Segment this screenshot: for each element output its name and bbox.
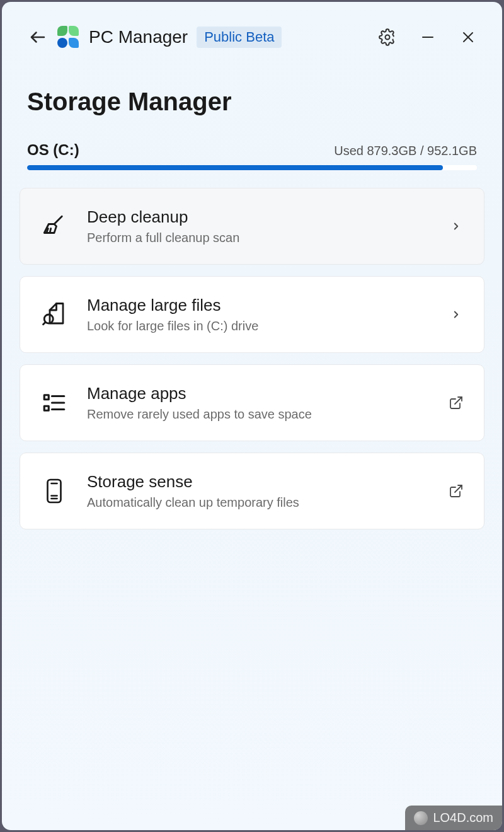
app-logo-icon xyxy=(57,26,80,49)
card-desc: Remove rarely used apps to save space xyxy=(87,407,430,422)
card-title: Manage large files xyxy=(87,296,430,315)
external-link-icon xyxy=(447,394,465,412)
gear-icon xyxy=(379,28,396,46)
app-window: PC Manager Public Beta Storage Manager O… xyxy=(2,2,502,830)
app-title: PC Manager xyxy=(89,27,188,47)
svg-line-9 xyxy=(43,322,46,325)
page-title: Storage Manager xyxy=(2,61,502,141)
chevron-right-icon xyxy=(447,217,465,235)
external-link-icon xyxy=(447,482,465,500)
close-icon xyxy=(461,30,476,45)
broom-icon xyxy=(39,211,69,241)
watermark: LO4D.com xyxy=(405,806,502,830)
storage-icon xyxy=(39,476,69,506)
svg-rect-10 xyxy=(44,395,49,400)
drive-label: OS (C:) xyxy=(27,141,79,159)
file-search-icon xyxy=(39,299,69,330)
cards-list: Deep cleanup Perform a full cleanup scan… xyxy=(2,170,502,529)
back-button[interactable] xyxy=(27,26,49,48)
deep-cleanup-card[interactable]: Deep cleanup Perform a full cleanup scan xyxy=(20,188,484,265)
svg-line-20 xyxy=(455,485,462,492)
titlebar: PC Manager Public Beta xyxy=(2,2,502,61)
storage-progress-bar xyxy=(27,165,477,170)
beta-badge: Public Beta xyxy=(197,26,282,48)
svg-line-15 xyxy=(455,397,462,404)
card-title: Manage apps xyxy=(87,384,430,403)
globe-icon xyxy=(414,811,428,825)
manage-apps-card[interactable]: Manage apps Remove rarely used apps to s… xyxy=(20,364,484,441)
svg-line-5 xyxy=(54,216,62,224)
card-desc: Perform a full cleanup scan xyxy=(87,231,430,245)
list-icon xyxy=(39,388,69,418)
card-desc: Automatically clean up temporary files xyxy=(87,495,430,510)
settings-button[interactable] xyxy=(379,28,396,46)
watermark-text: LO4D.com xyxy=(433,811,493,825)
minimize-button[interactable] xyxy=(419,28,437,46)
chevron-right-icon xyxy=(447,306,465,323)
minimize-icon xyxy=(420,30,435,45)
storage-sense-card[interactable]: Storage sense Automatically clean up tem… xyxy=(20,453,484,529)
manage-large-files-card[interactable]: Manage large files Look for large files … xyxy=(20,276,484,353)
back-arrow-icon xyxy=(28,28,47,47)
card-desc: Look for large files in (C:) drive xyxy=(87,319,430,333)
svg-rect-11 xyxy=(44,406,49,410)
close-button[interactable] xyxy=(459,28,477,46)
card-title: Deep cleanup xyxy=(87,207,430,227)
card-title: Storage sense xyxy=(87,472,430,492)
svg-point-1 xyxy=(386,35,390,40)
svg-line-7 xyxy=(50,229,51,233)
storage-usage-text: Used 879.3GB / 952.1GB xyxy=(334,144,477,158)
storage-section: OS (C:) Used 879.3GB / 952.1GB xyxy=(2,141,502,170)
storage-progress-fill xyxy=(27,165,443,170)
window-controls xyxy=(379,28,477,46)
